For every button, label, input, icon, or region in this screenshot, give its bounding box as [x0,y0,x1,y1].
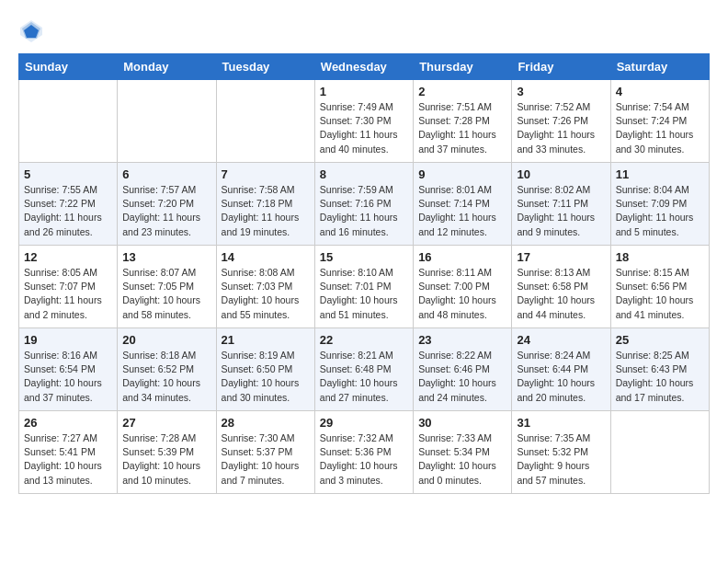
calendar-cell: 29Sunrise: 7:32 AM Sunset: 5:36 PM Dayli… [314,411,413,494]
day-number: 14 [222,250,310,264]
column-header-thursday: Thursday [414,54,512,80]
day-info: Sunrise: 7:32 AM Sunset: 5:36 PM Dayligh… [320,431,408,488]
day-number: 11 [616,167,704,181]
day-number: 18 [616,250,704,264]
column-header-monday: Monday [118,54,216,80]
logo [18,18,48,44]
day-info: Sunrise: 7:55 AM Sunset: 7:22 PM Dayligh… [24,183,112,239]
calendar-cell: 22Sunrise: 8:21 AM Sunset: 6:48 PM Dayli… [314,328,413,411]
logo-icon [18,18,44,44]
calendar-cell: 1Sunrise: 7:49 AM Sunset: 7:30 PM Daylig… [314,80,413,163]
calendar-cell: 21Sunrise: 8:19 AM Sunset: 6:50 PM Dayli… [216,328,314,411]
day-number: 21 [222,333,310,347]
day-number: 4 [616,85,704,98]
day-info: Sunrise: 8:10 AM Sunset: 7:01 PM Dayligh… [320,266,408,322]
day-info: Sunrise: 7:27 AM Sunset: 5:41 PM Dayligh… [24,431,112,488]
calendar-cell: 10Sunrise: 8:02 AM Sunset: 7:11 PM Dayli… [512,163,610,246]
day-info: Sunrise: 8:15 AM Sunset: 6:56 PM Dayligh… [616,266,704,322]
day-info: Sunrise: 7:58 AM Sunset: 7:18 PM Dayligh… [222,183,310,239]
calendar-cell: 13Sunrise: 8:07 AM Sunset: 7:05 PM Dayli… [118,246,216,328]
day-info: Sunrise: 7:35 AM Sunset: 5:32 PM Dayligh… [517,431,605,488]
day-info: Sunrise: 8:05 AM Sunset: 7:07 PM Dayligh… [24,266,112,322]
calendar-cell: 7Sunrise: 7:58 AM Sunset: 7:18 PM Daylig… [216,163,314,246]
day-info: Sunrise: 7:54 AM Sunset: 7:24 PM Dayligh… [616,100,704,156]
day-number: 2 [418,85,506,98]
day-number: 27 [122,416,210,430]
day-info: Sunrise: 7:28 AM Sunset: 5:39 PM Dayligh… [122,431,210,488]
column-header-saturday: Saturday [610,54,709,80]
calendar-cell: 24Sunrise: 8:24 AM Sunset: 6:44 PM Dayli… [512,328,610,411]
calendar-cell: 9Sunrise: 8:01 AM Sunset: 7:14 PM Daylig… [414,163,512,246]
calendar-cell: 28Sunrise: 7:30 AM Sunset: 5:37 PM Dayli… [216,411,314,494]
calendar-cell: 15Sunrise: 8:10 AM Sunset: 7:01 PM Dayli… [314,246,413,328]
day-info: Sunrise: 8:01 AM Sunset: 7:14 PM Dayligh… [418,183,506,239]
day-number: 19 [24,333,112,347]
day-number: 9 [418,167,506,181]
day-number: 8 [320,167,408,181]
day-number: 7 [222,167,310,181]
calendar-cell: 8Sunrise: 7:59 AM Sunset: 7:16 PM Daylig… [314,163,413,246]
day-number: 6 [122,167,210,181]
day-number: 1 [320,85,408,98]
day-number: 31 [517,416,605,430]
calendar-cell [216,80,314,163]
day-info: Sunrise: 8:02 AM Sunset: 7:11 PM Dayligh… [517,183,605,239]
calendar-cell: 6Sunrise: 7:57 AM Sunset: 7:20 PM Daylig… [118,163,216,246]
calendar-cell: 16Sunrise: 8:11 AM Sunset: 7:00 PM Dayli… [414,246,512,328]
column-header-sunday: Sunday [19,54,118,80]
header-row: SundayMondayTuesdayWednesdayThursdayFrid… [19,54,710,80]
day-info: Sunrise: 7:30 AM Sunset: 5:37 PM Dayligh… [222,431,310,488]
day-number: 10 [517,167,605,181]
day-info: Sunrise: 8:08 AM Sunset: 7:03 PM Dayligh… [222,266,310,322]
week-row-3: 12Sunrise: 8:05 AM Sunset: 7:07 PM Dayli… [19,246,710,328]
column-header-tuesday: Tuesday [216,54,314,80]
calendar-cell: 12Sunrise: 8:05 AM Sunset: 7:07 PM Dayli… [19,246,118,328]
calendar-cell [610,411,709,494]
day-info: Sunrise: 8:18 AM Sunset: 6:52 PM Dayligh… [122,349,210,405]
week-row-4: 19Sunrise: 8:16 AM Sunset: 6:54 PM Dayli… [19,328,710,411]
page-header [18,18,710,44]
calendar-cell: 2Sunrise: 7:51 AM Sunset: 7:28 PM Daylig… [414,80,512,163]
day-info: Sunrise: 7:59 AM Sunset: 7:16 PM Dayligh… [320,183,408,239]
calendar-cell: 26Sunrise: 7:27 AM Sunset: 5:41 PM Dayli… [19,411,118,494]
calendar-cell: 14Sunrise: 8:08 AM Sunset: 7:03 PM Dayli… [216,246,314,328]
week-row-2: 5Sunrise: 7:55 AM Sunset: 7:22 PM Daylig… [19,163,710,246]
day-number: 16 [418,250,506,264]
day-info: Sunrise: 8:07 AM Sunset: 7:05 PM Dayligh… [122,266,210,322]
day-info: Sunrise: 8:11 AM Sunset: 7:00 PM Dayligh… [418,266,506,322]
day-number: 3 [517,85,605,98]
day-info: Sunrise: 7:57 AM Sunset: 7:20 PM Dayligh… [122,183,210,239]
column-header-wednesday: Wednesday [314,54,413,80]
week-row-1: 1Sunrise: 7:49 AM Sunset: 7:30 PM Daylig… [19,80,710,163]
day-info: Sunrise: 8:22 AM Sunset: 6:46 PM Dayligh… [418,349,506,405]
calendar-cell: 4Sunrise: 7:54 AM Sunset: 7:24 PM Daylig… [610,80,709,163]
day-number: 23 [418,333,506,347]
day-info: Sunrise: 8:16 AM Sunset: 6:54 PM Dayligh… [24,349,112,405]
day-number: 26 [24,416,112,430]
day-number: 29 [320,416,408,430]
calendar-cell: 25Sunrise: 8:25 AM Sunset: 6:43 PM Dayli… [610,328,709,411]
day-number: 24 [517,333,605,347]
day-info: Sunrise: 8:25 AM Sunset: 6:43 PM Dayligh… [616,349,704,405]
day-number: 22 [320,333,408,347]
calendar-cell: 23Sunrise: 8:22 AM Sunset: 6:46 PM Dayli… [414,328,512,411]
calendar-table: SundayMondayTuesdayWednesdayThursdayFrid… [18,53,710,494]
day-number: 15 [320,250,408,264]
day-info: Sunrise: 8:19 AM Sunset: 6:50 PM Dayligh… [222,349,310,405]
calendar-cell: 30Sunrise: 7:33 AM Sunset: 5:34 PM Dayli… [414,411,512,494]
calendar-cell: 5Sunrise: 7:55 AM Sunset: 7:22 PM Daylig… [19,163,118,246]
day-info: Sunrise: 8:04 AM Sunset: 7:09 PM Dayligh… [616,183,704,239]
day-number: 5 [24,167,112,181]
calendar-cell: 17Sunrise: 8:13 AM Sunset: 6:58 PM Dayli… [512,246,610,328]
day-number: 13 [122,250,210,264]
day-number: 17 [517,250,605,264]
calendar-cell: 20Sunrise: 8:18 AM Sunset: 6:52 PM Dayli… [118,328,216,411]
day-info: Sunrise: 7:49 AM Sunset: 7:30 PM Dayligh… [320,100,408,156]
calendar-cell: 11Sunrise: 8:04 AM Sunset: 7:09 PM Dayli… [610,163,709,246]
column-header-friday: Friday [512,54,610,80]
day-info: Sunrise: 7:52 AM Sunset: 7:26 PM Dayligh… [517,100,605,156]
calendar-cell: 18Sunrise: 8:15 AM Sunset: 6:56 PM Dayli… [610,246,709,328]
day-info: Sunrise: 8:13 AM Sunset: 6:58 PM Dayligh… [517,266,605,322]
calendar-cell: 31Sunrise: 7:35 AM Sunset: 5:32 PM Dayli… [512,411,610,494]
calendar-cell: 3Sunrise: 7:52 AM Sunset: 7:26 PM Daylig… [512,80,610,163]
